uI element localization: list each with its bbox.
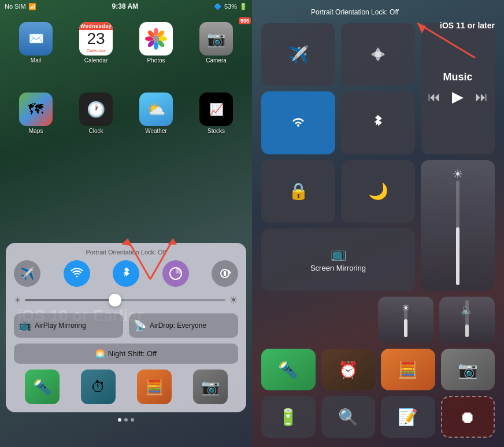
brightness-track-v — [404, 305, 407, 337]
zoom-tool[interactable]: 🔍 — [321, 396, 376, 438]
brightness-cell[interactable]: ☀ — [421, 160, 495, 291]
cc-right-row5: ☀ 🔈 — [261, 297, 495, 343]
screen-mirror-cell[interactable]: 📺 Screen Mirroring — [261, 228, 415, 291]
cellular-cell[interactable] — [341, 23, 415, 86]
airplay-btn[interactable]: 📺 AirPlay Mirroring — [14, 313, 123, 338]
prev-track-icon[interactable]: ⏮ — [428, 90, 440, 105]
home-icons-row2: 🗺 Maps 🕐 Clock ⛅ Weather 📈 Stocks — [0, 87, 252, 140]
photos-app[interactable]: Photos — [129, 22, 183, 64]
calculator-icon-right: 🧮 — [398, 360, 418, 379]
stocks-icon: 📈 — [199, 93, 233, 126]
airplane-mode-btn[interactable]: ✈️ — [14, 260, 40, 287]
time-display: 9:38 AM — [112, 2, 139, 10]
calendar-month: Wednesday — [79, 22, 113, 30]
record-tool[interactable]: ⏺ — [441, 396, 495, 438]
photos-icon — [139, 22, 173, 56]
brightness-high-icon: ☀ — [229, 294, 238, 306]
night-shift-icon: 🌅 — [95, 349, 105, 358]
next-track-icon[interactable]: ⏭ — [475, 90, 488, 105]
clock-icon: 🕐 — [79, 93, 113, 126]
bluetooth-btn-left[interactable] — [113, 260, 139, 287]
svg-point-1 — [154, 28, 158, 36]
camera-tool-right[interactable]: 📷 — [441, 349, 495, 390]
battery-percent: 53% — [224, 3, 237, 10]
mail-icon: ✉️ 595 — [19, 22, 53, 56]
brightness-vertical-fill — [456, 227, 459, 285]
cc-right-main-grid: ✈️ Music ⏮ ▶ ⏭ — [261, 23, 495, 291]
battery-icon: 🔋 — [239, 3, 247, 10]
svg-point-7 — [145, 36, 153, 41]
brightness-vertical-track — [456, 180, 459, 285]
weather-icon: ⛅ — [139, 93, 173, 126]
calculator-icon-left: 🧮 — [145, 378, 164, 396]
bluetooth-cell[interactable] — [341, 91, 415, 154]
do-not-disturb-btn[interactable] — [162, 260, 189, 287]
music-cell[interactable]: Music ⏮ ▶ ⏭ — [421, 23, 495, 154]
brightness-fill-v — [404, 319, 407, 337]
calendar-app[interactable]: Wednesday 23 Calendar Calendar — [69, 22, 123, 64]
mail-label: Mail — [31, 57, 41, 64]
brightness-fill — [25, 299, 115, 301]
calendar-day: 23 — [87, 30, 105, 48]
camera-tool-left[interactable]: 📷 — [193, 370, 228, 404]
night-shift-btn[interactable]: 🌅 Night Shift: Off — [14, 343, 238, 364]
maps-app[interactable]: 🗺 Maps — [9, 93, 62, 134]
mail-app[interactable]: ✉️ 595 Mail — [9, 22, 62, 64]
play-icon[interactable]: ▶ — [452, 88, 464, 106]
dot-3 — [131, 418, 134, 422]
calculator-tool-right[interactable]: 🧮 — [381, 349, 435, 390]
rotation-lock-btn-left[interactable] — [212, 260, 238, 287]
brightness-row-left: ☀ ☀ — [14, 294, 238, 306]
calendar-label: Calendar — [84, 57, 108, 64]
record-icon: ⏺ — [459, 408, 476, 427]
no-sim-label: No SIM — [5, 3, 26, 10]
camera-icon: 📷 — [199, 22, 233, 56]
camera-app[interactable]: 📷 Camera — [190, 22, 243, 64]
moon-icon: 🌙 — [368, 182, 388, 201]
zoom-icon: 🔍 — [338, 408, 358, 427]
weather-app[interactable]: ⛅ Weather — [129, 93, 183, 134]
rotation-lock-cell[interactable]: 🔒 — [261, 160, 335, 223]
svg-point-5 — [154, 42, 158, 50]
alarm-tool-right[interactable]: ⏰ — [321, 349, 376, 390]
alarm-icon-right: ⏰ — [338, 360, 358, 379]
portrait-lock-label-right: Portrait Orientation Lock: Off — [252, 8, 458, 16]
wifi-cell[interactable] — [261, 91, 335, 154]
timer-tool-left[interactable]: ⏱ — [81, 370, 116, 404]
brightness-low-icon: ☀ — [14, 295, 21, 305]
maps-icon: 🗺 — [19, 93, 53, 126]
dot-1 — [118, 418, 121, 422]
battery-tool[interactable]: 🔋 — [261, 396, 316, 438]
camera-icon-left2: 📷 — [201, 378, 220, 396]
right-panel: Portrait Orientation Lock: Off iOS 11 or… — [252, 0, 504, 447]
cc-tools-row: 🔦 ⏱ 🧮 📷 — [14, 370, 238, 404]
portrait-lock-label-left: Portrait Orientation Lock: Off — [14, 249, 238, 256]
airdrop-icon: 📡 — [134, 319, 146, 332]
stocks-label: Stocks — [207, 128, 225, 134]
calendar-weekday: Calendar — [87, 48, 105, 53]
flashlight-tool-left[interactable]: 🔦 — [25, 370, 60, 404]
volume-cell[interactable]: 🔈 — [439, 297, 495, 343]
notes-icon: 📝 — [398, 408, 418, 427]
cc-right-tools-2: 🔋 🔍 📝 ⏺ — [261, 396, 495, 438]
brightness-track[interactable] — [25, 299, 225, 301]
wifi-btn-left[interactable] — [64, 260, 90, 287]
airplane-mode-icon-right: ✈️ — [288, 45, 309, 64]
airdrop-btn[interactable]: 📡 AirDrop: Everyone — [129, 313, 238, 338]
stocks-app[interactable]: 📈 Stocks — [190, 93, 243, 134]
airplane-mode-cell[interactable]: ✈️ — [261, 23, 335, 86]
bluetooth-icon: 🔷 — [214, 3, 222, 10]
flashlight-tool-right[interactable]: 🔦 — [261, 349, 316, 390]
airdrop-label: AirDrop: Everyone — [150, 322, 206, 330]
calendar-icon: Wednesday 23 Calendar — [79, 22, 113, 56]
brightness-sun-icon: ☀ — [453, 167, 463, 181]
calculator-tool-left[interactable]: 🧮 — [137, 370, 172, 404]
clock-app[interactable]: 🕐 Clock — [69, 93, 123, 134]
ios-version-right: iOS 11 or later — [440, 21, 495, 30]
music-label: Music — [443, 71, 472, 83]
do-not-disturb-cell[interactable]: 🌙 — [341, 160, 415, 223]
notes-tool[interactable]: 📝 — [381, 396, 435, 438]
brightness-cell-2[interactable]: ☀ — [378, 297, 433, 343]
control-center-right: ✈️ Music ⏮ ▶ ⏭ — [252, 0, 504, 447]
status-right: 🔷 53% 🔋 — [214, 3, 247, 10]
